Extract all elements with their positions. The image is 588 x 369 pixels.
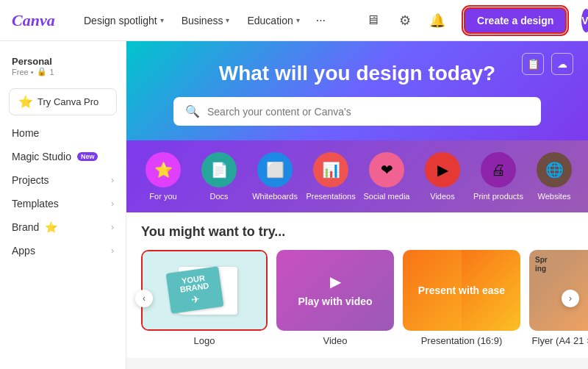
videos-icon: ▶ [425,152,460,187]
card-presentation[interactable]: Present with ease Presentation (16:9) [403,250,520,346]
flyer-card-label: Flyer (A4 21 × 2 [532,335,588,346]
social-media-icon: ❤ [369,152,404,187]
whiteboards-icon: ⬜ [257,152,293,187]
video-card-label: Video [323,335,347,346]
sidebar-account: Personal Free • 🔒 1 [0,50,126,85]
sidebar-item-home[interactable]: Home [0,121,126,145]
presentation-card-label: Presentation (16:9) [421,335,503,346]
card-logo[interactable]: YOUR BRAND ✈ Logo [141,250,268,346]
try-pro-button[interactable]: ⭐ Try Canva Pro [9,88,117,115]
star-icon: ⭐ [18,95,33,109]
for-you-icon: ⭐ [146,152,181,187]
main-nav: Design spotlight ▾ Business ▾ Education … [76,10,331,32]
card-video[interactable]: ▶ Play with video Video [276,250,394,346]
hero-banner: 📋 ☁ What will you design today? 🔍 [126,41,588,140]
hero-icons: 📋 ☁ [522,53,573,75]
logo-card-thumbnail: YOUR BRAND ✈ [141,250,268,331]
header-icons: 🖥 ⚙ 🔔 [361,9,449,32]
search-icon: 🔍 [185,104,200,118]
chevron-right-icon: › [111,246,114,256]
logo-card-label: Logo [194,335,215,346]
sidebar-item-templates[interactable]: Templates › [0,192,126,215]
card-flyer[interactable]: Spring Flyer (A4 21 × 2 [529,250,588,346]
cards-row: ‹ YOUR BRAND ✈ [141,250,573,346]
account-sub: Free • 🔒 1 [12,67,114,76]
cloud-icon[interactable]: ☁ [551,53,573,75]
star-icon: ⭐ [45,221,57,233]
section-title: You might want to try... [141,224,573,240]
main-layout: Personal Free • 🔒 1 ⭐ Try Canva Pro Home… [0,41,588,369]
settings-icon[interactable]: ⚙ [393,9,417,32]
account-name: Personal [12,56,114,67]
print-products-icon: 🖨 [481,152,516,187]
presentations-icon: 📊 [313,152,348,187]
category-presentations[interactable]: 📊 Presentations [309,152,353,201]
search-input[interactable] [207,106,529,118]
websites-icon: 🌐 [537,152,572,187]
suggestion-section: You might want to try... ‹ YOUR BRAND [126,212,588,358]
presentation-card-title: Present with ease [418,284,505,297]
categories-row: ⭐ For you 📄 Docs ⬜ Whiteboards 📊 Present… [126,140,588,212]
nav-design-spotlight[interactable]: Design spotlight ▾ [76,10,171,31]
hero-title: What will you design today? [156,62,559,85]
chevron-right-icon: › [111,175,114,185]
chevron-down-icon: ▾ [296,16,300,24]
nav-more[interactable]: ··· [310,10,331,32]
flyer-card-thumbnail: Spring [529,250,588,331]
new-badge: New [77,152,98,161]
category-whiteboards[interactable]: ⬜ Whiteboards [253,152,297,201]
chevron-right-icon: › [111,222,114,232]
category-docs[interactable]: 📄 Docs [197,152,241,201]
video-card-thumbnail: ▶ Play with video [276,250,394,331]
category-print-products[interactable]: 🖨 Print products [476,152,520,201]
category-for-you[interactable]: ⭐ For you [141,152,185,201]
play-icon: ▶ [330,273,341,290]
nav-education[interactable]: Education ▾ [240,10,306,31]
search-bar: 🔍 [173,97,541,126]
canva-logo[interactable]: Canva [12,11,56,30]
presentation-card-thumbnail: Present with ease [403,250,520,331]
clipboard-icon[interactable]: 📋 [522,53,544,75]
nav-business[interactable]: Business ▾ [174,10,237,31]
scroll-left-button[interactable]: ‹ [135,290,153,307]
category-websites[interactable]: 🌐 Websites [532,152,576,201]
video-card-title: Play with video [298,295,372,308]
docs-icon: 📄 [201,152,237,187]
header: Canva Design spotlight ▾ Business ▾ Educ… [0,0,588,41]
sidebar-item-magic-studio[interactable]: Magic Studio New [0,145,126,168]
sidebar: Personal Free • 🔒 1 ⭐ Try Canva Pro Home… [0,41,126,369]
category-videos[interactable]: ▶ Videos [420,152,465,201]
create-design-button[interactable]: Create a design [464,7,567,34]
chevron-down-icon: ▾ [226,16,229,24]
avatar[interactable]: Vi [581,9,588,32]
category-social-media[interactable]: ❤ Social media [365,152,409,201]
chevron-right-icon: › [111,198,114,209]
scroll-right-button[interactable]: › [562,290,579,307]
sidebar-item-apps[interactable]: Apps › [0,239,126,262]
sidebar-item-brand[interactable]: Brand ⭐ › [0,215,126,239]
content-area: 📋 ☁ What will you design today? 🔍 ⭐ For … [126,41,588,369]
monitor-icon[interactable]: 🖥 [361,9,384,32]
chevron-down-icon: ▾ [160,16,164,24]
sidebar-item-projects[interactable]: Projects › [0,168,126,192]
bell-icon[interactable]: 🔔 [426,9,449,32]
